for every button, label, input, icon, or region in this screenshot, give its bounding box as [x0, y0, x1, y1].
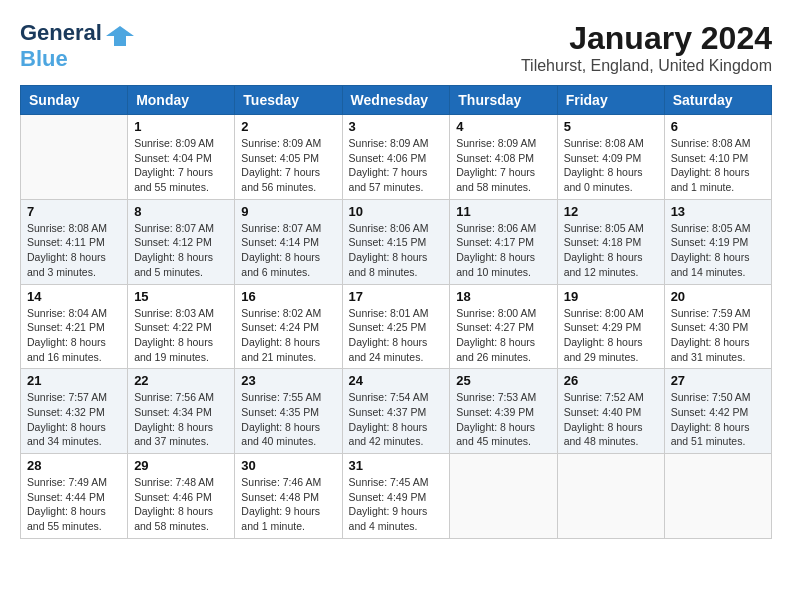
day-cell: 22Sunrise: 7:56 AM Sunset: 4:34 PM Dayli…: [128, 369, 235, 454]
week-row-3: 14Sunrise: 8:04 AM Sunset: 4:21 PM Dayli…: [21, 284, 772, 369]
week-row-2: 7Sunrise: 8:08 AM Sunset: 4:11 PM Daylig…: [21, 199, 772, 284]
day-number: 5: [564, 119, 658, 134]
day-number: 11: [456, 204, 550, 219]
day-number: 12: [564, 204, 658, 219]
day-detail: Sunrise: 7:53 AM Sunset: 4:39 PM Dayligh…: [456, 390, 550, 449]
day-number: 6: [671, 119, 765, 134]
day-cell: 19Sunrise: 8:00 AM Sunset: 4:29 PM Dayli…: [557, 284, 664, 369]
day-number: 26: [564, 373, 658, 388]
title-area: January 2024 Tilehurst, England, United …: [521, 20, 772, 75]
day-cell: 7Sunrise: 8:08 AM Sunset: 4:11 PM Daylig…: [21, 199, 128, 284]
day-cell: [450, 454, 557, 539]
day-cell: 3Sunrise: 8:09 AM Sunset: 4:06 PM Daylig…: [342, 115, 450, 200]
day-cell: 10Sunrise: 8:06 AM Sunset: 4:15 PM Dayli…: [342, 199, 450, 284]
day-cell: 6Sunrise: 8:08 AM Sunset: 4:10 PM Daylig…: [664, 115, 771, 200]
day-number: 27: [671, 373, 765, 388]
day-cell: 20Sunrise: 7:59 AM Sunset: 4:30 PM Dayli…: [664, 284, 771, 369]
day-number: 15: [134, 289, 228, 304]
day-cell: 14Sunrise: 8:04 AM Sunset: 4:21 PM Dayli…: [21, 284, 128, 369]
day-number: 28: [27, 458, 121, 473]
header-monday: Monday: [128, 86, 235, 115]
day-cell: 21Sunrise: 7:57 AM Sunset: 4:32 PM Dayli…: [21, 369, 128, 454]
day-detail: Sunrise: 8:09 AM Sunset: 4:06 PM Dayligh…: [349, 136, 444, 195]
day-detail: Sunrise: 8:02 AM Sunset: 4:24 PM Dayligh…: [241, 306, 335, 365]
day-number: 24: [349, 373, 444, 388]
day-detail: Sunrise: 8:06 AM Sunset: 4:15 PM Dayligh…: [349, 221, 444, 280]
day-number: 20: [671, 289, 765, 304]
day-cell: [21, 115, 128, 200]
day-detail: Sunrise: 7:52 AM Sunset: 4:40 PM Dayligh…: [564, 390, 658, 449]
day-detail: Sunrise: 8:09 AM Sunset: 4:05 PM Dayligh…: [241, 136, 335, 195]
day-cell: 27Sunrise: 7:50 AM Sunset: 4:42 PM Dayli…: [664, 369, 771, 454]
day-cell: 15Sunrise: 8:03 AM Sunset: 4:22 PM Dayli…: [128, 284, 235, 369]
calendar-subtitle: Tilehurst, England, United Kingdom: [521, 57, 772, 75]
calendar-title: January 2024: [521, 20, 772, 57]
day-detail: Sunrise: 8:07 AM Sunset: 4:12 PM Dayligh…: [134, 221, 228, 280]
header-sunday: Sunday: [21, 86, 128, 115]
day-number: 25: [456, 373, 550, 388]
week-row-5: 28Sunrise: 7:49 AM Sunset: 4:44 PM Dayli…: [21, 454, 772, 539]
day-detail: Sunrise: 8:00 AM Sunset: 4:29 PM Dayligh…: [564, 306, 658, 365]
day-number: 18: [456, 289, 550, 304]
weekday-header-row: Sunday Monday Tuesday Wednesday Thursday…: [21, 86, 772, 115]
day-cell: 31Sunrise: 7:45 AM Sunset: 4:49 PM Dayli…: [342, 454, 450, 539]
day-cell: [557, 454, 664, 539]
day-detail: Sunrise: 8:08 AM Sunset: 4:09 PM Dayligh…: [564, 136, 658, 195]
day-number: 29: [134, 458, 228, 473]
header-saturday: Saturday: [664, 86, 771, 115]
day-number: 1: [134, 119, 228, 134]
day-detail: Sunrise: 8:06 AM Sunset: 4:17 PM Dayligh…: [456, 221, 550, 280]
day-detail: Sunrise: 7:45 AM Sunset: 4:49 PM Dayligh…: [349, 475, 444, 534]
header-thursday: Thursday: [450, 86, 557, 115]
day-detail: Sunrise: 8:01 AM Sunset: 4:25 PM Dayligh…: [349, 306, 444, 365]
day-cell: 17Sunrise: 8:01 AM Sunset: 4:25 PM Dayli…: [342, 284, 450, 369]
day-cell: 30Sunrise: 7:46 AM Sunset: 4:48 PM Dayli…: [235, 454, 342, 539]
day-detail: Sunrise: 8:08 AM Sunset: 4:11 PM Dayligh…: [27, 221, 121, 280]
day-number: 8: [134, 204, 228, 219]
day-detail: Sunrise: 7:55 AM Sunset: 4:35 PM Dayligh…: [241, 390, 335, 449]
day-cell: 25Sunrise: 7:53 AM Sunset: 4:39 PM Dayli…: [450, 369, 557, 454]
day-detail: Sunrise: 8:09 AM Sunset: 4:04 PM Dayligh…: [134, 136, 228, 195]
day-number: 31: [349, 458, 444, 473]
day-detail: Sunrise: 7:50 AM Sunset: 4:42 PM Dayligh…: [671, 390, 765, 449]
day-detail: Sunrise: 8:08 AM Sunset: 4:10 PM Dayligh…: [671, 136, 765, 195]
day-detail: Sunrise: 7:54 AM Sunset: 4:37 PM Dayligh…: [349, 390, 444, 449]
day-number: 10: [349, 204, 444, 219]
day-number: 19: [564, 289, 658, 304]
day-number: 2: [241, 119, 335, 134]
svg-marker-0: [106, 26, 134, 46]
logo-bird-icon: [106, 22, 134, 50]
logo-blue: Blue: [20, 46, 68, 72]
day-cell: 24Sunrise: 7:54 AM Sunset: 4:37 PM Dayli…: [342, 369, 450, 454]
day-number: 14: [27, 289, 121, 304]
day-cell: 11Sunrise: 8:06 AM Sunset: 4:17 PM Dayli…: [450, 199, 557, 284]
day-detail: Sunrise: 7:49 AM Sunset: 4:44 PM Dayligh…: [27, 475, 121, 534]
day-number: 22: [134, 373, 228, 388]
day-detail: Sunrise: 7:56 AM Sunset: 4:34 PM Dayligh…: [134, 390, 228, 449]
day-number: 7: [27, 204, 121, 219]
day-detail: Sunrise: 8:00 AM Sunset: 4:27 PM Dayligh…: [456, 306, 550, 365]
day-detail: Sunrise: 8:07 AM Sunset: 4:14 PM Dayligh…: [241, 221, 335, 280]
day-cell: 16Sunrise: 8:02 AM Sunset: 4:24 PM Dayli…: [235, 284, 342, 369]
day-number: 23: [241, 373, 335, 388]
header-friday: Friday: [557, 86, 664, 115]
day-cell: 18Sunrise: 8:00 AM Sunset: 4:27 PM Dayli…: [450, 284, 557, 369]
day-cell: [664, 454, 771, 539]
day-detail: Sunrise: 7:48 AM Sunset: 4:46 PM Dayligh…: [134, 475, 228, 534]
day-cell: 8Sunrise: 8:07 AM Sunset: 4:12 PM Daylig…: [128, 199, 235, 284]
day-detail: Sunrise: 8:04 AM Sunset: 4:21 PM Dayligh…: [27, 306, 121, 365]
day-cell: 29Sunrise: 7:48 AM Sunset: 4:46 PM Dayli…: [128, 454, 235, 539]
day-detail: Sunrise: 8:05 AM Sunset: 4:19 PM Dayligh…: [671, 221, 765, 280]
logo: General Blue: [20, 20, 134, 72]
day-number: 9: [241, 204, 335, 219]
header: General Blue January 2024 Tilehurst, Eng…: [20, 20, 772, 75]
day-detail: Sunrise: 7:46 AM Sunset: 4:48 PM Dayligh…: [241, 475, 335, 534]
header-wednesday: Wednesday: [342, 86, 450, 115]
day-number: 13: [671, 204, 765, 219]
week-row-4: 21Sunrise: 7:57 AM Sunset: 4:32 PM Dayli…: [21, 369, 772, 454]
day-detail: Sunrise: 7:59 AM Sunset: 4:30 PM Dayligh…: [671, 306, 765, 365]
day-cell: 12Sunrise: 8:05 AM Sunset: 4:18 PM Dayli…: [557, 199, 664, 284]
day-cell: 1Sunrise: 8:09 AM Sunset: 4:04 PM Daylig…: [128, 115, 235, 200]
day-cell: 13Sunrise: 8:05 AM Sunset: 4:19 PM Dayli…: [664, 199, 771, 284]
day-cell: 28Sunrise: 7:49 AM Sunset: 4:44 PM Dayli…: [21, 454, 128, 539]
